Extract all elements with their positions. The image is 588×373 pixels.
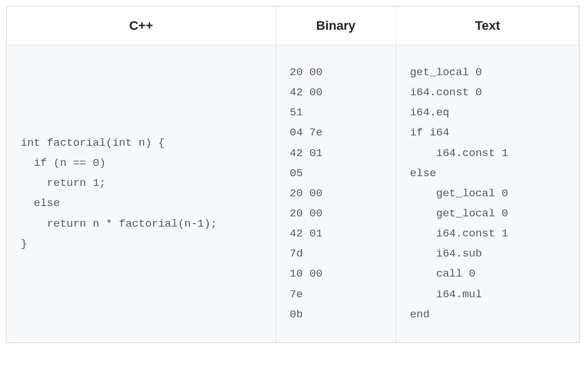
- comparison-table: C++ Binary Text int factorial(int n) { i…: [6, 6, 579, 343]
- cell-cpp: int factorial(int n) { if (n == 0) retur…: [7, 45, 276, 343]
- text-code: get_local 0 i64.const 0 i64.eq if i64 i6…: [410, 63, 565, 325]
- table-header-row: C++ Binary Text: [7, 7, 579, 45]
- binary-code: 20 00 42 00 51 04 7e 42 01 05 20 00 20 0…: [290, 63, 382, 325]
- cell-binary: 20 00 42 00 51 04 7e 42 01 05 20 00 20 0…: [276, 45, 396, 343]
- cpp-code: int factorial(int n) { if (n == 0) retur…: [21, 133, 262, 254]
- header-text: Text: [396, 7, 579, 45]
- header-binary: Binary: [276, 7, 396, 45]
- table-row: int factorial(int n) { if (n == 0) retur…: [7, 45, 579, 343]
- code-comparison-table: C++ Binary Text int factorial(int n) { i…: [6, 6, 580, 343]
- header-cpp: C++: [7, 7, 276, 45]
- cell-text: get_local 0 i64.const 0 i64.eq if i64 i6…: [396, 45, 579, 343]
